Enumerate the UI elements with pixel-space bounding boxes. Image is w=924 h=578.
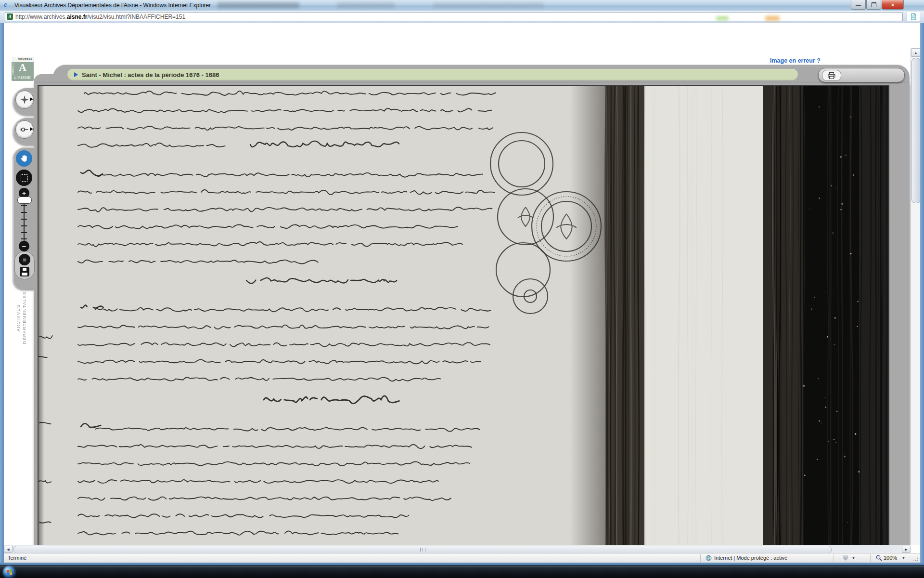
left-arrow-icon: ◀: [7, 548, 9, 552]
manuscript-image: [38, 86, 888, 545]
close-button[interactable]: ×: [882, 0, 904, 10]
archives-aisne-logo: GÉNÉRAL CONSEIL A L'AISNE: [12, 57, 34, 81]
window-controls: — ×: [850, 0, 904, 9]
window-border-right: [920, 23, 924, 563]
window-title: Visualiseur Archives Départementales de …: [14, 2, 211, 9]
minimize-icon: —: [856, 2, 861, 8]
page-content: GÉNÉRAL CONSEIL A L'AISNE Image en erreu…: [0, 23, 924, 545]
save-button[interactable]: [20, 267, 29, 276]
right-arrow-icon: ▶: [905, 548, 907, 552]
zoom-slider-tick: [21, 232, 27, 233]
close-icon: ×: [891, 2, 894, 8]
horizontal-scrollbar[interactable]: ◀ ▶: [4, 545, 911, 553]
image-actions-group: =: [14, 251, 35, 279]
zoom-slider-tick: [21, 238, 27, 239]
invert-icon: =: [23, 257, 26, 263]
start-button[interactable]: [3, 566, 15, 578]
maximize-button[interactable]: [866, 0, 881, 10]
document-title-bar: Saint - Michel : actes de la période 167…: [67, 69, 798, 80]
status-text: Terminé: [8, 555, 26, 561]
page-icon: [911, 13, 917, 20]
zoom-slider-tick: [21, 205, 27, 206]
background-window-ghost: [433, 2, 544, 8]
print-button[interactable]: [822, 70, 841, 81]
security-zone-text: Internet | Mode protégé : activé: [714, 555, 787, 561]
zoom-slider-tick: [21, 219, 27, 220]
zoom-slider-top-cap: [20, 195, 28, 196]
document-title: Saint - Michel : actes de la période 167…: [82, 71, 219, 79]
up-arrow-icon: ▲: [914, 51, 918, 54]
invert-button[interactable]: =: [19, 254, 30, 265]
archives-vertical-label: ARCHIVES DÉPARTEMENTALES: [15, 291, 27, 345]
site-favicon-icon: A: [7, 13, 13, 20]
image-error-link[interactable]: Image en erreur ?: [770, 57, 821, 64]
minimize-button[interactable]: —: [851, 0, 866, 10]
minus-icon: −: [22, 243, 26, 250]
window-titlebar: e Visualiseur Archives Départementales d…: [0, 0, 924, 11]
zoom-level: 100%: [884, 555, 897, 561]
plus-icon: +: [22, 190, 26, 197]
zoom-magnifier-icon[interactable]: [876, 555, 882, 562]
adjust-key-icon: [20, 125, 29, 134]
windows-flag-icon: [6, 569, 12, 575]
scroll-up-button[interactable]: ▲: [911, 48, 921, 57]
resize-grip[interactable]: [913, 556, 919, 562]
archives-label-line2: DÉPARTEMENTALES: [22, 291, 27, 344]
protected-mode-icon[interactable]: [843, 555, 848, 561]
viewer-panel-joint: [34, 74, 63, 84]
logo-general-text: GÉNÉRAL: [18, 58, 33, 61]
mode-dropdown-arrow[interactable]: ▼: [852, 556, 855, 560]
globe-icon: [706, 555, 712, 562]
horizontal-scroll-thumb[interactable]: [13, 546, 832, 553]
zoom-out-button[interactable]: −: [19, 241, 29, 251]
maximize-icon: [872, 2, 876, 7]
status-separator: [870, 554, 871, 562]
window-border-left: [0, 23, 4, 563]
zoom-slider-handle[interactable]: [17, 197, 32, 204]
vertical-scrollbar[interactable]: ▲ ▼: [911, 48, 921, 545]
address-bar: A http://www.archives.aisne.fr/visu2/vis…: [0, 11, 924, 24]
manuscript-scan[interactable]: [38, 85, 889, 545]
pan-tool-button[interactable]: [16, 150, 32, 167]
background-window-ghost: [716, 16, 729, 20]
background-window-ghost: [218, 2, 299, 8]
hand-icon: [20, 154, 29, 163]
marquee-icon: [21, 174, 28, 182]
printer-icon: [827, 72, 836, 79]
adjust-flyout-arrow[interactable]: [30, 127, 33, 131]
vertical-scroll-thumb[interactable]: [911, 58, 921, 203]
thumb-grip: [420, 548, 425, 552]
ie-logo-icon: e: [4, 1, 7, 8]
page-tools-button[interactable]: [907, 12, 920, 21]
scroll-right-button[interactable]: ▶: [902, 546, 911, 553]
background-window-ghost: [765, 16, 780, 21]
print-toolbar: [818, 68, 905, 82]
overview-flyout-arrow[interactable]: [30, 97, 33, 101]
taskbar: e » e Registres d'état civil,... e Visua…: [0, 565, 924, 578]
url-text: http://www.archives.aisne.fr/visu2/visu.…: [15, 13, 185, 20]
status-separator: [700, 554, 701, 562]
status-bar: Terminé Internet | Mode protégé : activé…: [4, 553, 920, 563]
zoom-select-tool-button[interactable]: [16, 170, 32, 186]
compass-star-icon: [20, 95, 29, 105]
zoom-dropdown-arrow[interactable]: ▼: [902, 556, 905, 560]
archives-label-line1: ARCHIVES: [15, 304, 21, 332]
screen: e Visualiseur Archives Départementales d…: [0, 0, 924, 578]
floppy-disk-icon: [20, 267, 29, 276]
logo-monogram: A: [12, 61, 34, 74]
logo-aisne-text: L'AISNE: [12, 75, 34, 80]
zoom-slider-tick: [21, 225, 27, 226]
title-arrow-icon: [74, 72, 78, 77]
scroll-left-button[interactable]: ◀: [4, 546, 13, 553]
zoom-slider-tick: [21, 212, 27, 213]
background-window-ghost: [337, 2, 395, 8]
status-separator: [834, 554, 834, 562]
